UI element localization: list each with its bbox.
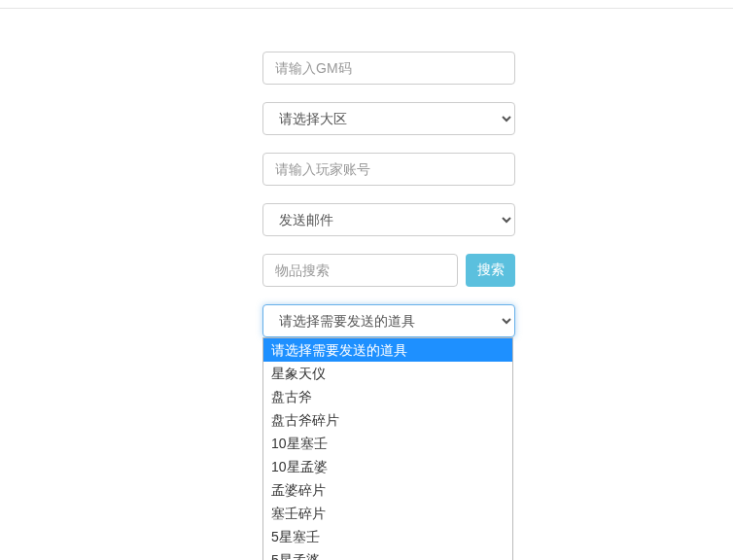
dropdown-item[interactable]: 塞壬碎片 [263,502,512,525]
action-select[interactable]: 发送邮件 [262,203,515,236]
item-select[interactable]: 请选择需要发送的道具 [262,304,515,337]
item-dropdown-list[interactable]: 请选择需要发送的道具星象天仪盘古斧盘古斧碎片10星塞壬10星孟婆孟婆碎片塞壬碎片… [262,337,513,560]
dropdown-item[interactable]: 盘古斧碎片 [263,408,512,432]
dropdown-item[interactable]: 10星孟婆 [263,455,512,478]
player-account-input[interactable] [262,153,515,186]
top-divider [0,8,733,9]
region-select[interactable]: 请选择大区 [262,102,515,135]
dropdown-item[interactable]: 请选择需要发送的道具 [263,338,512,362]
gm-code-input[interactable] [262,52,515,85]
item-search-input[interactable] [262,254,458,287]
form-container: 请选择大区 发送邮件 搜索 请选择需要发送的道具 请选择需要发送的道具星象天仪盘… [262,52,515,337]
search-button[interactable]: 搜索 [466,254,515,287]
dropdown-item[interactable]: 5星孟婆 [263,548,512,560]
dropdown-item[interactable]: 5星塞壬 [263,525,512,548]
dropdown-item[interactable]: 孟婆碎片 [263,478,512,502]
dropdown-item[interactable]: 星象天仪 [263,362,512,385]
dropdown-item[interactable]: 10星塞壬 [263,432,512,455]
dropdown-item[interactable]: 盘古斧 [263,385,512,408]
